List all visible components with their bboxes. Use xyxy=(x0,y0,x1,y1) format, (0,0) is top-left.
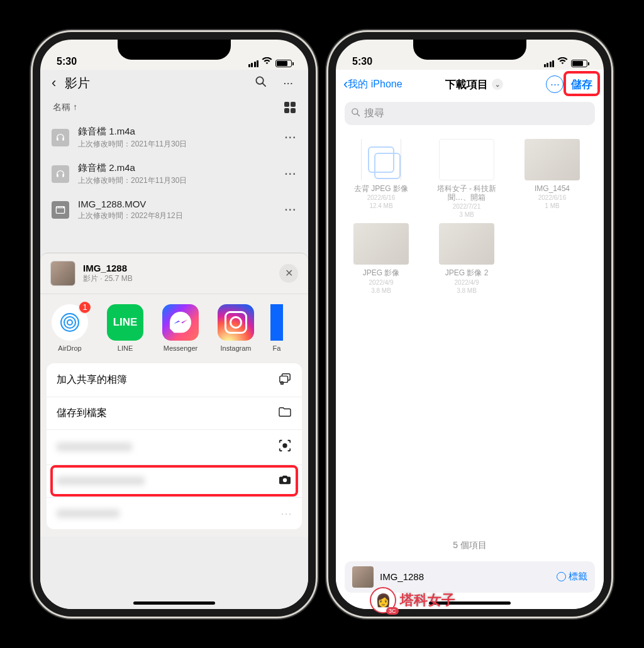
file-row[interactable]: IMG_1288.MOV上次修改時間：2022年8月12日 ··· xyxy=(40,192,308,228)
chevron-down-icon[interactable]: ⌄ xyxy=(492,79,503,90)
status-time: 5:30 xyxy=(57,56,77,67)
phone-left: 5:30 ‹ 影片 ··· xyxy=(33,32,316,617)
svg-line-1 xyxy=(263,83,266,86)
instagram-icon xyxy=(218,304,254,341)
tags-button[interactable]: 標籤 xyxy=(557,571,587,583)
svg-rect-4 xyxy=(57,207,58,207)
action-blurred[interactable] xyxy=(47,430,302,465)
file-item[interactable]: JPEG 影像 2 2022/4/9 3.8 MB xyxy=(428,223,506,294)
folder-icon xyxy=(278,406,292,420)
files-nav-bar: ‹我的 iPhone 下載項目⌄ ⋯ 儲存 xyxy=(336,70,604,97)
watermark: 👩 3C 塔科女子 xyxy=(370,587,455,613)
image-thumb-icon xyxy=(525,139,580,180)
home-indicator[interactable] xyxy=(133,601,215,605)
file-item[interactable]: JPEG 影像 2022/4/9 3.8 MB xyxy=(342,223,420,294)
tag-icon xyxy=(557,572,566,581)
svg-point-12 xyxy=(283,478,287,481)
search-input[interactable]: 搜尋 xyxy=(345,102,595,125)
app-icon xyxy=(270,304,283,341)
file-row[interactable]: 錄音檔 1.m4a上次修改時間：2021年11月30日 ··· xyxy=(40,119,308,156)
line-icon: LINE xyxy=(107,304,143,341)
share-actions-group: 加入共享的相簿 儲存到檔案 xyxy=(47,363,302,529)
save-button[interactable]: 儲存 xyxy=(567,75,596,94)
file-more-icon[interactable]: ··· xyxy=(285,204,297,216)
status-time: 5:30 xyxy=(352,56,372,67)
scan-icon xyxy=(278,439,292,456)
svg-rect-5 xyxy=(58,207,59,207)
file-name: 錄音檔 1.m4a xyxy=(78,126,276,138)
search-placeholder: 搜尋 xyxy=(364,107,384,120)
chevron-left-icon: ‹ xyxy=(343,77,348,91)
page-title: 影片 xyxy=(65,75,90,92)
file-sub: 上次修改時間：2022年8月12日 xyxy=(78,211,276,221)
image-thumb-icon xyxy=(353,223,409,265)
share-app-line[interactable]: LINE LINE xyxy=(104,304,146,352)
file-item[interactable]: 塔科女子 - 科技新聞…、開箱 2022/7/21 3 MB xyxy=(428,139,506,219)
wifi-icon xyxy=(262,56,272,67)
action-save-to-files[interactable]: 儲存到檔案 xyxy=(47,397,302,430)
files-grid: 去背 JPEG 影像 2022/6/16 12.4 MB 塔科女子 - 科技新聞… xyxy=(336,130,604,303)
share-app-instagram[interactable]: Instagram xyxy=(215,304,257,352)
camera-icon xyxy=(278,474,292,488)
close-icon[interactable]: ✕ xyxy=(279,264,298,283)
shared-album-icon xyxy=(278,372,292,388)
search-icon[interactable] xyxy=(251,75,270,91)
svg-rect-7 xyxy=(62,207,63,207)
watermark-text: 塔科女子 xyxy=(400,591,455,610)
svg-point-11 xyxy=(283,444,287,448)
pending-name: IMG_1288 xyxy=(380,571,550,582)
drive-nav-bar: ‹ 影片 ··· xyxy=(40,70,308,96)
more-options-button[interactable]: ⋯ xyxy=(546,75,564,93)
share-item-thumb xyxy=(50,261,75,286)
action-blurred[interactable] xyxy=(47,465,302,498)
airdrop-badge: 1 xyxy=(78,300,92,314)
file-name: IMG_1288.MOV xyxy=(78,199,276,209)
grid-view-icon[interactable] xyxy=(284,102,296,113)
share-app-messenger[interactable]: Messenger xyxy=(160,304,201,352)
action-blurred[interactable]: ⋯ xyxy=(47,498,302,529)
share-app-airdrop[interactable]: 1 AirDrop xyxy=(49,304,91,352)
battery-icon xyxy=(571,60,587,67)
back-button[interactable]: ‹我的 iPhone xyxy=(343,77,402,91)
wifi-icon xyxy=(557,56,568,67)
clipboard-thumb-icon xyxy=(353,139,409,180)
phone-right: 5:30 ‹我的 iPhone 下載項目⌄ ⋯ 儲存 xyxy=(328,32,611,617)
more-icon[interactable]: ··· xyxy=(279,76,297,90)
share-app-partial[interactable]: Fa xyxy=(270,304,283,352)
svg-rect-6 xyxy=(60,207,61,207)
pending-thumb xyxy=(352,566,374,588)
file-item[interactable]: IMG_1454 2022/6/16 1 MB xyxy=(513,139,591,219)
battery-icon xyxy=(275,60,292,67)
search-icon xyxy=(351,107,360,119)
file-more-icon[interactable]: ··· xyxy=(285,168,297,180)
cellular-signal-icon xyxy=(544,60,555,67)
share-item-name: IMG_1288 xyxy=(83,263,272,273)
action-shared-album[interactable]: 加入共享的相簿 xyxy=(47,363,302,397)
back-button[interactable]: ‹ xyxy=(52,75,56,91)
svg-line-14 xyxy=(357,114,360,116)
sort-label[interactable]: 名稱 ↑ xyxy=(53,102,77,113)
file-more-icon[interactable]: ··· xyxy=(285,132,297,143)
image-thumb-icon xyxy=(439,223,494,265)
audio-file-icon xyxy=(52,165,69,183)
webarchive-thumb-icon xyxy=(439,139,494,180)
file-row[interactable]: 錄音檔 2.m4a上次修改時間：2021年11月30日 ··· xyxy=(40,156,308,192)
video-file-icon xyxy=(52,201,69,219)
audio-file-icon xyxy=(52,129,69,146)
item-count: 5 個項目 xyxy=(336,527,604,557)
file-sub: 上次修改時間：2021年11月30日 xyxy=(78,175,276,186)
messenger-icon xyxy=(162,304,199,341)
svg-rect-9 xyxy=(280,376,288,382)
file-sub: 上次修改時間：2021年11月30日 xyxy=(78,139,276,150)
share-sheet: IMG_1288 影片 · 25.7 MB ✕ 1 AirDrop LINE L… xyxy=(40,253,308,537)
file-item[interactable]: 去背 JPEG 影像 2022/6/16 12.4 MB xyxy=(342,139,420,219)
folder-title: 下載項目 xyxy=(445,77,488,92)
cellular-signal-icon xyxy=(248,60,259,67)
file-name: 錄音檔 2.m4a xyxy=(78,162,276,174)
share-item-sub: 影片 · 25.7 MB xyxy=(83,273,272,284)
